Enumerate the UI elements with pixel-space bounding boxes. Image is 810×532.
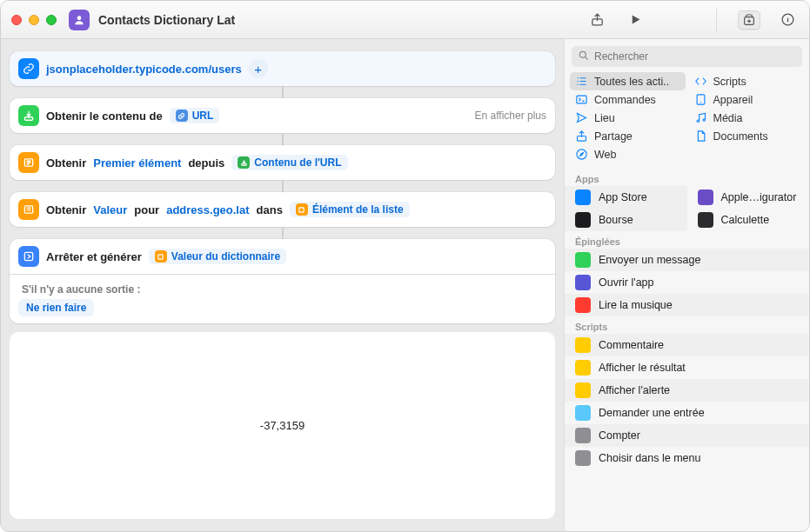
no-output-section: S'il n'y a aucune sortie : Ne rien faire bbox=[10, 274, 555, 323]
pinned-action[interactable]: Envoyer un message bbox=[565, 249, 809, 271]
svg-rect-9 bbox=[24, 252, 32, 260]
pinned-action[interactable]: Lire la musique bbox=[565, 294, 809, 316]
script-action[interactable]: Choisir dans le menu bbox=[565, 447, 809, 469]
app-icon bbox=[698, 190, 713, 205]
svg-point-0 bbox=[77, 16, 82, 20]
scripts-list: CommentaireAfficher le résultatAfficher … bbox=[565, 334, 809, 469]
run-button[interactable] bbox=[624, 10, 646, 30]
download-icon bbox=[238, 156, 250, 169]
svg-rect-12 bbox=[577, 96, 586, 103]
dictionary-value-variable[interactable]: Valeur du dictionnaire bbox=[149, 249, 286, 264]
row-label: Commentaire bbox=[599, 339, 664, 351]
share-button[interactable] bbox=[586, 10, 608, 30]
list-icon bbox=[296, 203, 308, 216]
safari-icon bbox=[575, 148, 588, 161]
key-path[interactable]: address.geo.lat bbox=[166, 203, 249, 216]
svg-rect-8 bbox=[299, 207, 304, 211]
terminal-icon bbox=[575, 93, 588, 106]
row-label: Calculette bbox=[721, 214, 770, 226]
pinned-action[interactable]: Ouvrir l'app bbox=[565, 271, 809, 294]
no-output-action[interactable]: Ne rien faire bbox=[18, 299, 94, 316]
row-label: Demander une entrée bbox=[599, 407, 705, 419]
shortcut-icon bbox=[69, 10, 90, 30]
category-terminal[interactable]: Commandes bbox=[570, 90, 686, 109]
svg-point-14 bbox=[700, 102, 700, 103]
app-icon bbox=[575, 212, 591, 228]
category-list[interactable]: Toutes les acti.. bbox=[570, 72, 686, 90]
category-doc[interactable]: Documents bbox=[689, 127, 805, 145]
script-action[interactable]: Afficher l'alerte bbox=[565, 379, 809, 402]
script-action[interactable]: Commentaire bbox=[565, 334, 809, 356]
get-dictionary-value-action[interactable]: Obtenir Valeur pour address.geo.lat dans… bbox=[10, 192, 555, 227]
action-label: Obtenir bbox=[46, 156, 86, 170]
category-label: Appareil bbox=[713, 94, 753, 106]
window-title: Contacts Dictionary Lat bbox=[98, 13, 586, 27]
row-label: App Store bbox=[599, 191, 647, 203]
category-location[interactable]: Lieu bbox=[570, 109, 686, 127]
output-icon bbox=[18, 246, 39, 267]
category-share[interactable]: Partage bbox=[570, 127, 686, 145]
category-safari[interactable]: Web bbox=[570, 145, 686, 163]
row-label: Lire la musique bbox=[599, 299, 673, 311]
row-label: Envoyer un message bbox=[599, 254, 700, 266]
row-label: Compter bbox=[599, 429, 640, 442]
pinned-list: Envoyer un messageOuvrir l'appLire la mu… bbox=[565, 249, 809, 316]
value-type[interactable]: Valeur bbox=[93, 203, 127, 216]
get-contents-action[interactable]: Obtenir le contenu de URL En afficher pl… bbox=[10, 98, 555, 133]
row-label: Afficher le résultat bbox=[599, 362, 686, 374]
fullscreen-window-button[interactable] bbox=[46, 15, 57, 25]
url-text[interactable]: jsonplaceholder.typicode.com/users bbox=[46, 63, 242, 76]
stop-output-action[interactable]: Arrêter et générer Valeur du dictionnair… bbox=[10, 239, 555, 274]
library-toggle-button[interactable] bbox=[738, 10, 760, 30]
in-label: dans bbox=[257, 203, 283, 216]
action-label: Obtenir le contenu de bbox=[46, 110, 163, 123]
action-label: Arrêter et générer bbox=[46, 250, 142, 263]
app-icon bbox=[575, 190, 591, 205]
row-label: Choisir dans le menu bbox=[599, 452, 700, 464]
app-icon bbox=[575, 275, 591, 290]
list-icon bbox=[575, 75, 588, 88]
show-more-link[interactable]: En afficher plus bbox=[475, 110, 547, 122]
download-icon bbox=[18, 105, 39, 126]
search-input[interactable] bbox=[572, 46, 802, 67]
script-action[interactable]: Demander une entrée bbox=[565, 402, 809, 424]
row-label: Apple…igurator bbox=[721, 191, 797, 203]
dict-icon bbox=[155, 250, 167, 263]
row-label: Afficher l'alerte bbox=[599, 384, 670, 396]
url-content-variable[interactable]: Contenu de l'URL bbox=[231, 155, 347, 170]
category-label: Média bbox=[713, 112, 743, 124]
minimize-window-button[interactable] bbox=[29, 15, 39, 25]
app-item[interactable]: Bourse bbox=[565, 209, 687, 231]
link-icon bbox=[18, 58, 39, 79]
category-label: Partage bbox=[594, 130, 633, 143]
url-action-card[interactable]: jsonplaceholder.typicode.com/users + bbox=[10, 51, 555, 86]
category-music[interactable]: Média bbox=[689, 109, 805, 127]
app-icon bbox=[575, 382, 591, 398]
app-icon bbox=[575, 337, 591, 353]
list-item-variable[interactable]: Élément de la liste bbox=[290, 202, 410, 217]
window-controls bbox=[11, 15, 57, 25]
url-variable-token[interactable]: URL bbox=[170, 108, 220, 123]
info-button[interactable] bbox=[776, 10, 799, 30]
script-action[interactable]: Afficher le résultat bbox=[565, 356, 809, 379]
get-item-action[interactable]: Obtenir Premier élément depuis Contenu d… bbox=[10, 145, 555, 180]
category-label: Documents bbox=[713, 130, 768, 143]
app-icon bbox=[575, 297, 591, 313]
app-item[interactable]: Apple…igurator bbox=[687, 186, 810, 209]
svg-point-16 bbox=[703, 119, 706, 122]
app-item[interactable]: Calculette bbox=[687, 209, 810, 231]
key-icon bbox=[18, 199, 39, 220]
category-device[interactable]: Appareil bbox=[689, 90, 805, 109]
close-window-button[interactable] bbox=[11, 15, 22, 25]
app-item[interactable]: App Store bbox=[565, 186, 687, 209]
item-select[interactable]: Premier élément bbox=[93, 156, 181, 170]
list-icon bbox=[18, 152, 39, 173]
script-action[interactable]: Compter bbox=[565, 424, 809, 447]
app-icon bbox=[575, 360, 591, 376]
category-grid: Toutes les acti..ScriptsCommandesApparei… bbox=[565, 70, 809, 169]
category-label: Scripts bbox=[713, 76, 746, 88]
category-code[interactable]: Scripts bbox=[689, 72, 805, 90]
svg-point-11 bbox=[579, 51, 586, 57]
add-url-button[interactable]: + bbox=[249, 59, 268, 78]
actions-library: Toutes les acti..ScriptsCommandesApparei… bbox=[564, 39, 809, 531]
